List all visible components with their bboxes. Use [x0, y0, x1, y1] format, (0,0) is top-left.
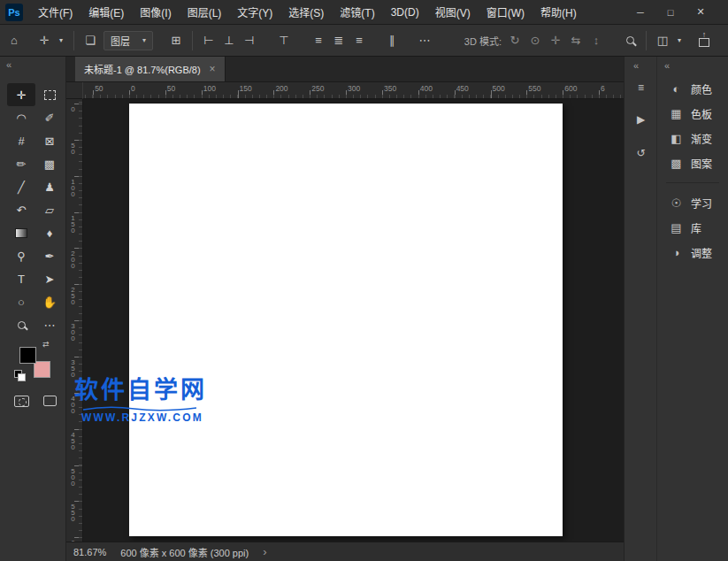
crop-tool[interactable]: # [7, 129, 35, 152]
rectangular-marquee-tool[interactable] [35, 83, 64, 106]
minimize-button[interactable]: ─ [625, 0, 655, 25]
3d-mode-label: 3D 模式: [464, 34, 502, 48]
hand-tool[interactable]: ✋ [35, 290, 64, 313]
menu-file[interactable]: 文件(F) [30, 0, 80, 24]
3d-roll-icon[interactable]: ⊙ [528, 30, 542, 51]
menu-filter[interactable]: 滤镜(T) [332, 0, 382, 24]
panels-list: ◐颜色▦色板◧渐变▩图案☉学习▤库◑调整 [657, 76, 728, 265]
learn-panel-icon: ☉ [670, 196, 683, 210]
distribute-bottom-edges-icon[interactable]: ≡ [352, 30, 366, 51]
align-horizontal-centers-icon[interactable]: ⊥ [222, 30, 236, 51]
panel-color[interactable]: ◐颜色 [657, 76, 728, 101]
brush-tool[interactable]: ╱ [7, 175, 35, 198]
document-tab[interactable]: 未标题-1 @ 81.7%(RGB/8) × [75, 57, 226, 81]
panel-gradients[interactable]: ◧渐变 [657, 126, 728, 150]
ellipse-tool[interactable]: ○ [7, 290, 35, 313]
gradient-tool[interactable] [7, 221, 35, 244]
collapse-panels-icon[interactable]: « [664, 60, 669, 71]
panel-patterns[interactable]: ▩图案 [657, 150, 728, 175]
quick-mask-button[interactable] [7, 389, 35, 412]
3d-pan-icon[interactable]: ✛ [548, 30, 563, 51]
panel-learn[interactable]: ☉学习 [657, 190, 728, 215]
menu-window[interactable]: 窗口(W) [479, 0, 533, 24]
panel-adjustments[interactable]: ◑调整 [657, 240, 728, 265]
quick-selection-tool[interactable]: ✐ [35, 106, 64, 129]
color-panel-icon: ◐ [670, 82, 683, 96]
vertical-ruler[interactable]: 50050100150200250300350400450500550600 [66, 99, 83, 542]
menu-3d[interactable]: 3D(D) [383, 0, 427, 24]
menu-type[interactable]: 文字(Y) [229, 0, 280, 24]
panels-separator [666, 182, 719, 183]
history-panel-icon[interactable]: ↺ [625, 142, 657, 165]
align-left-edges-icon[interactable]: ⊢ [202, 30, 216, 51]
menu-view[interactable]: 视图(V) [427, 0, 479, 24]
close-button[interactable]: ✕ [686, 0, 716, 25]
3d-orbit-icon[interactable]: ↻ [508, 30, 522, 51]
horizontal-ruler[interactable]: 500501001502002503003504004505005506006 [66, 82, 624, 99]
move-tool[interactable]: ✛ [7, 83, 35, 106]
auto-select-target-dropdown[interactable]: 图层▾ [103, 31, 153, 50]
watermark: 软件自学网 WWW.RJZXW.COM [74, 378, 207, 424]
3d-slide-icon[interactable]: ⇆ [569, 30, 583, 51]
align-top-edges-icon[interactable]: ⊤ [277, 30, 291, 51]
align-right-edges-icon[interactable]: ⊣ [242, 30, 257, 51]
type-tool[interactable]: T [7, 267, 35, 290]
status-bar: 81.67% 600 像素 x 600 像素 (300 ppi) › [66, 542, 624, 561]
clone-stamp-tool[interactable]: ♟ [35, 175, 64, 198]
menu-edit[interactable]: 编辑(E) [80, 0, 132, 24]
edit-toolbar-icon[interactable]: ⋯ [35, 313, 64, 336]
status-chevron-icon[interactable]: › [263, 545, 266, 558]
actions-panel-icon[interactable]: ▶ [625, 108, 657, 131]
frame-tool[interactable]: ⊠ [35, 129, 64, 152]
3d-scale-icon[interactable]: ↕ [589, 30, 603, 51]
foreground-color-swatch[interactable] [19, 347, 36, 364]
adjustments-panel-icon: ◑ [670, 246, 683, 259]
pen-tool[interactable]: ✒ [35, 244, 64, 267]
panel-swatches[interactable]: ▦色板 [657, 101, 728, 126]
workspace-caret-icon[interactable]: ▾ [676, 30, 683, 51]
home-icon[interactable]: ⌂ [7, 30, 21, 51]
properties-panel-icon[interactable]: ≡ [625, 76, 657, 99]
move-tool-options-icon[interactable]: ✛ [37, 30, 51, 51]
patterns-panel-icon: ▩ [670, 157, 683, 170]
tools-grid: ✛◠✐#⊠✏▩╱♟↶▱♦⚲✒T➤○✋⋯ [7, 83, 64, 336]
ruler-origin-corner[interactable] [66, 82, 83, 99]
zoom-level-field[interactable]: 81.67% [73, 547, 106, 557]
gradients-panel-icon: ◧ [670, 132, 683, 145]
menu-layer[interactable]: 图层(L) [180, 0, 230, 24]
distribute-vertical-centers-icon[interactable]: ≣ [332, 30, 346, 51]
tool-preset-caret-icon[interactable]: ▾ [57, 30, 65, 51]
options-separator [73, 31, 74, 50]
blur-tool[interactable]: ♦ [35, 221, 64, 244]
document-canvas[interactable] [129, 104, 563, 536]
screen-mode-button[interactable] [35, 389, 64, 412]
dodge-tool[interactable]: ⚲ [7, 244, 35, 267]
eraser-tool[interactable]: ▱ [35, 198, 64, 221]
eyedropper-tool[interactable]: ✏ [7, 152, 35, 175]
swap-colors-icon[interactable]: ⇄ [42, 340, 50, 349]
collapse-toolbar-icon[interactable]: « [6, 59, 11, 70]
collapse-rail-icon[interactable]: « [633, 60, 638, 71]
align-more-options-icon[interactable]: ⋯ [418, 30, 432, 51]
menu-select[interactable]: 选择(S) [280, 0, 332, 24]
lasso-tool[interactable]: ◠ [7, 106, 35, 129]
maximize-button[interactable]: □ [655, 0, 686, 25]
tab-close-icon[interactable]: × [210, 63, 216, 75]
auto-select-icon[interactable]: ❏ [83, 30, 97, 51]
options-separator [646, 31, 647, 50]
spot-healing-brush-tool[interactable]: ▩ [35, 152, 64, 175]
menu-help[interactable]: 帮助(H) [533, 0, 585, 24]
distribute-top-edges-icon[interactable]: ≡ [311, 30, 326, 51]
distribute-horizontally-icon[interactable]: ∥ [385, 30, 399, 51]
workspace-switcher-icon[interactable]: ◫ [655, 30, 670, 51]
search-icon[interactable] [623, 30, 637, 51]
path-selection-tool[interactable]: ➤ [35, 267, 64, 290]
share-image-icon[interactable] [697, 30, 711, 51]
default-colors-icon[interactable] [14, 370, 26, 381]
panel-libraries[interactable]: ▤库 [657, 215, 728, 240]
show-transform-controls-icon[interactable]: ⊞ [169, 30, 183, 51]
zoom-tool[interactable] [7, 313, 35, 336]
menu-bar: Ps 文件(F)编辑(E)图像(I)图层(L)文字(Y)选择(S)滤镜(T)3D… [0, 0, 728, 25]
menu-image[interactable]: 图像(I) [132, 0, 179, 24]
history-brush-tool[interactable]: ↶ [7, 198, 35, 221]
